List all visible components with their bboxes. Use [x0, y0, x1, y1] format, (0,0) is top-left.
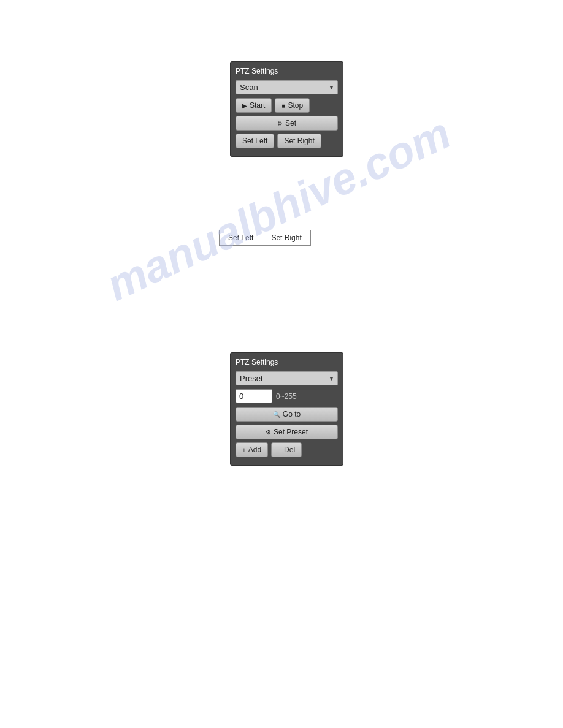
- scan-panel-title: PTZ Settings: [236, 67, 338, 75]
- gear-icon: ⚙: [266, 429, 271, 436]
- preset-panel: PTZ Settings Scan Preset Tour Pattern Pa…: [230, 352, 343, 466]
- standalone-set-left-button[interactable]: Set Left: [219, 230, 262, 246]
- preset-dropdown-row: Scan Preset Tour Pattern Pan Tilt Scan R…: [236, 371, 338, 385]
- scan-select-wrapper[interactable]: Scan Preset Tour Pattern Pan Tilt Scan R…: [236, 80, 338, 94]
- preset-range-label: 0~255: [276, 392, 297, 401]
- preset-goto-row: 🔍 Go to: [236, 407, 338, 422]
- scan-dropdown-row: Scan Preset Tour Pattern Pan Tilt Scan R…: [236, 80, 338, 94]
- scan-set-row: ⚙ Set: [236, 116, 338, 131]
- preset-goto-button[interactable]: 🔍 Go to: [236, 407, 338, 422]
- preset-input-row: 0~255: [236, 389, 338, 403]
- preset-panel-title: PTZ Settings: [236, 358, 338, 366]
- minus-icon: −: [278, 447, 282, 453]
- search-icon: 🔍: [273, 411, 280, 418]
- gear-icon: ⚙: [277, 120, 283, 127]
- scan-set-button[interactable]: ⚙ Set: [236, 116, 338, 131]
- preset-select[interactable]: Scan Preset Tour Pattern Pan Tilt Scan R…: [236, 371, 338, 385]
- preset-number-input[interactable]: [236, 389, 272, 403]
- scan-set-left-right-row: Set Left Set Right: [236, 134, 338, 148]
- preset-set-preset-button[interactable]: ⚙ Set Preset: [236, 425, 338, 439]
- play-icon: ▶: [242, 102, 247, 109]
- preset-select-wrapper[interactable]: Scan Preset Tour Pattern Pan Tilt Scan R…: [236, 371, 338, 385]
- preset-set-preset-row: ⚙ Set Preset: [236, 425, 338, 439]
- standalone-set-row: Set Left Set Right: [219, 230, 311, 246]
- scan-set-left-button[interactable]: Set Left: [236, 134, 274, 148]
- preset-add-del-row: + Add − Del: [236, 442, 338, 457]
- standalone-set-right-button[interactable]: Set Right: [262, 230, 310, 246]
- scan-set-right-button[interactable]: Set Right: [277, 134, 321, 148]
- preset-add-button[interactable]: + Add: [236, 442, 268, 457]
- preset-del-button[interactable]: − Del: [271, 442, 302, 457]
- stop-icon: ■: [282, 102, 285, 109]
- scan-start-button[interactable]: ▶ Start: [236, 98, 272, 113]
- scan-panel: PTZ Settings Scan Preset Tour Pattern Pa…: [230, 61, 343, 157]
- scan-start-stop-row: ▶ Start ■ Stop: [236, 98, 338, 113]
- plus-icon: +: [242, 447, 246, 453]
- scan-select[interactable]: Scan Preset Tour Pattern Pan Tilt Scan R…: [236, 80, 338, 94]
- scan-stop-button[interactable]: ■ Stop: [275, 98, 310, 113]
